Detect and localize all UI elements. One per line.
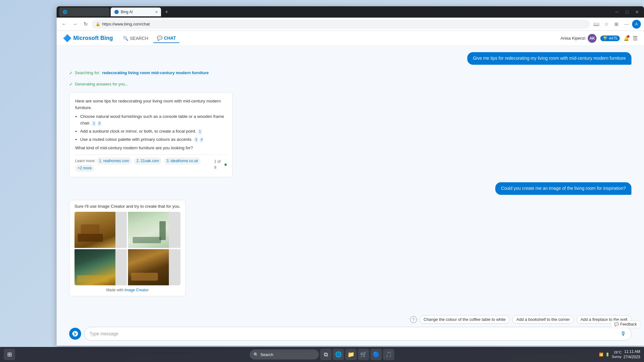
- url-text: https://www.bing.com/chat: [102, 22, 150, 26]
- image-response-card: Sure I'll use Image Creator and try to c…: [69, 200, 186, 296]
- taskbar-search[interactable]: 🔍 Search: [250, 349, 319, 359]
- tab-title: Bing AI: [121, 10, 133, 14]
- store-taskbar-button[interactable]: 🛒: [358, 349, 369, 360]
- time: 11:11 AM: [624, 349, 640, 354]
- wifi-icon: 📶: [599, 353, 603, 357]
- date: 27/4/2023: [624, 354, 640, 360]
- forward-button[interactable]: →: [70, 20, 79, 29]
- source-more[interactable]: +2 more: [75, 165, 94, 172]
- file-explorer-button[interactable]: 📁: [345, 349, 357, 360]
- profile-button[interactable]: A: [632, 20, 641, 29]
- chat-input-box[interactable]: Type message 🎙: [84, 327, 631, 341]
- url-bar[interactable]: 🔒 https://www.bing.com/chat: [92, 19, 590, 29]
- points-badge[interactable]: 🏆 4475: [600, 36, 620, 41]
- avatar-initials: AK: [590, 36, 595, 41]
- ref-3[interactable]: 3: [97, 121, 101, 126]
- bing-nav-right: Anisa Kipenzi AK 🏆 4475 🔔 ☰: [561, 34, 638, 43]
- user-message-2: Could you create me an image of the livi…: [495, 182, 631, 195]
- search-query: redecorating living room mid-century mod…: [102, 70, 209, 75]
- learn-more-label: Learn more:: [75, 159, 97, 163]
- collections-button[interactable]: ⊞: [612, 20, 621, 29]
- room-image-1[interactable]: [75, 212, 127, 248]
- bullet-1: Choose natural wood furnishings such as …: [80, 113, 227, 127]
- more-actions-button[interactable]: ⋯: [622, 20, 631, 29]
- ref-4[interactable]: 4: [200, 137, 203, 142]
- bing-logo[interactable]: 🔷 Microsoft Bing: [63, 34, 113, 42]
- chip-bookshelf-text: Add a bookshelf to the corner: [516, 317, 570, 322]
- favorites-button[interactable]: ☆: [602, 20, 611, 29]
- taskbar-left: ⊞: [4, 349, 15, 360]
- page-indicator: 1 of 8: [214, 159, 227, 171]
- source-3[interactable]: 3. idealhome.co.uk: [164, 157, 201, 165]
- bullet-2: Add a sunburst clock or mirror, or both,…: [80, 128, 227, 135]
- chip-bookshelf[interactable]: Add a bookshelf to the corner: [512, 315, 574, 324]
- check-icon-2: ✓: [69, 82, 73, 87]
- window-controls: ─ □ ✕: [613, 8, 641, 16]
- back-button[interactable]: ←: [60, 20, 69, 29]
- system-tray: 📶 🔋: [599, 353, 610, 357]
- room-image-4[interactable]: [128, 249, 180, 285]
- hamburger-menu-button[interactable]: ☰: [633, 35, 638, 42]
- room-image-3[interactable]: [75, 249, 127, 285]
- sources-row: Learn more: 1. realhomes.com 2. 21oak.co…: [75, 155, 227, 172]
- active-tab[interactable]: 🔵 Bing AI ✕: [111, 8, 161, 16]
- source-2[interactable]: 2. 21oak.com: [134, 157, 162, 165]
- bing-logo-icon: 🔷: [63, 34, 71, 42]
- microphone-button[interactable]: 🎙: [620, 331, 626, 337]
- chip-coffee-table[interactable]: Change the colour of the coffee table to…: [419, 315, 510, 324]
- bing-logo-text: Microsoft Bing: [73, 35, 113, 41]
- tab-favicon-bing: 🔵: [114, 9, 119, 14]
- generating-text: Generating answers for you...: [75, 82, 129, 86]
- browser-titlebar: 🌐 🔵 Bing AI ✕ + ─ □ ✕: [57, 6, 644, 18]
- user-avatar[interactable]: AK: [588, 34, 597, 43]
- chip-coffee-table-text: Change the colour of the coffee table to…: [424, 317, 506, 322]
- taskbar: ⊞ 🔍 Search ⧉ 🌐 📁 🛒 🔵 🎵 📶 🔋 26°C Sunny 11…: [0, 347, 644, 362]
- room-image-2[interactable]: [128, 212, 180, 248]
- bing-btn[interactable]: [69, 328, 81, 340]
- check-icon-1: ✓: [69, 70, 73, 75]
- ref-3b[interactable]: 3: [194, 137, 198, 142]
- bullet-3: Use a muted colour palette with primary …: [80, 136, 227, 143]
- input-row: Type message 🎙: [69, 327, 631, 341]
- clock: 11:11 AM 27/4/2023: [624, 349, 640, 360]
- nav-search[interactable]: 🔍 SEARCH: [119, 34, 152, 43]
- notification-dot: [627, 35, 630, 38]
- browser-taskbar-button[interactable]: 🔵: [370, 349, 382, 360]
- response-intro: Here are some tips for redecorating your…: [75, 98, 227, 111]
- chat-nav-icon: 💬: [157, 36, 162, 41]
- lock-icon: 🔒: [96, 22, 100, 26]
- help-icon[interactable]: ?: [410, 316, 417, 323]
- searching-status: ✓ Searching for: redecorating living roo…: [69, 70, 631, 76]
- task-view-button[interactable]: ⧉: [320, 349, 331, 360]
- suggestion-chips: ? Change the colour of the coffee table …: [69, 315, 631, 324]
- chat-area: Give me tips for redecorating my living …: [57, 46, 644, 312]
- music-button[interactable]: 🎵: [383, 349, 394, 360]
- ref-1b[interactable]: 1: [198, 129, 202, 134]
- user-name: Anisa Kipenzi: [561, 36, 586, 41]
- feedback-button[interactable]: 💬 Feedback: [611, 321, 640, 328]
- refresh-button[interactable]: ↻: [81, 20, 90, 29]
- feedback-icon: 💬: [614, 322, 619, 326]
- new-tab-button[interactable]: +: [162, 8, 171, 16]
- reader-view-button[interactable]: 📖: [592, 20, 601, 29]
- ref-1[interactable]: 1: [92, 121, 96, 126]
- image-creator-link[interactable]: Image Creator: [125, 288, 149, 292]
- made-with-label: Made with Image Creator: [75, 288, 180, 292]
- points-icon: 🏆: [603, 36, 608, 41]
- close-button[interactable]: ✕: [633, 8, 641, 16]
- maximize-button[interactable]: □: [623, 8, 631, 16]
- tab-bar: 🌐 🔵 Bing AI ✕ +: [59, 8, 611, 16]
- notifications-button[interactable]: 🔔: [624, 36, 629, 41]
- start-button[interactable]: ⊞: [4, 349, 15, 360]
- minimize-button[interactable]: ─: [613, 8, 621, 16]
- inactive-tab[interactable]: 🌐: [59, 8, 109, 16]
- source-1[interactable]: 1. realhomes.com: [97, 157, 131, 165]
- address-actions: 📖 ☆ ⊞ ⋯ A: [592, 20, 641, 29]
- user-message-1: Give me tips for redecorating my living …: [467, 52, 631, 65]
- chat-input-area: ? Change the colour of the coffee table …: [57, 312, 644, 346]
- edge-taskbar-button[interactable]: 🌐: [333, 349, 344, 360]
- nav-chat[interactable]: 💬 CHAT: [153, 34, 180, 43]
- tab-close-btn[interactable]: ✕: [155, 10, 158, 14]
- bullet-3-text: Use a muted colour palette with primary …: [80, 137, 192, 142]
- bing-navbar: 🔷 Microsoft Bing 🔍 SEARCH 💬 CHAT Anisa K…: [57, 31, 644, 46]
